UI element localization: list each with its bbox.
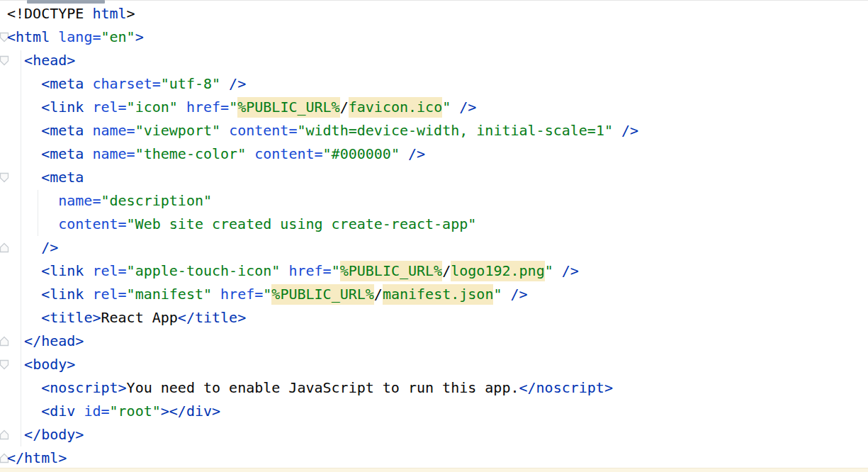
code-token: /> [459, 99, 476, 116]
code-token: content= [58, 215, 126, 232]
code-token: content= [254, 145, 322, 162]
code-line-6[interactable]: <meta name="viewport" content="width=dev… [7, 119, 638, 142]
code-line-10[interactable]: content="Web site created using create-r… [7, 213, 638, 236]
code-token [220, 122, 229, 139]
code-token: "apple-touch-icon" [127, 262, 281, 279]
code-line-3[interactable]: <head> [7, 49, 638, 72]
code-token: "icon" [127, 99, 178, 116]
code-token: " [493, 286, 502, 303]
code-token: rel= [92, 99, 126, 116]
code-line-1[interactable]: <!DOCTYPE html> [7, 2, 638, 26]
code-line-16[interactable]: <body> [7, 353, 638, 376]
code-text-area[interactable]: <!DOCTYPE html><html lang="en"> <head> <… [7, 2, 638, 470]
code-token: <meta [41, 75, 84, 92]
code-line-5[interactable]: <link rel="icon" href="%PUBLIC_URL%/favi… [7, 96, 638, 119]
code-line-20[interactable]: </html> [7, 446, 638, 470]
code-token: <title> [41, 309, 101, 326]
code-token [7, 379, 41, 396]
code-token: id= [84, 403, 109, 420]
code-token [84, 262, 92, 279]
horizontal-scrollbar-track [0, 0, 868, 1]
highlighted-token: favicon.ico [349, 97, 442, 118]
code-token [84, 122, 92, 139]
code-token [7, 356, 24, 373]
code-token [178, 99, 186, 116]
code-editor[interactable]: <!DOCTYPE html><html lang="en"> <head> <… [0, 0, 868, 472]
code-token [451, 99, 459, 116]
code-token: html [92, 5, 126, 22]
code-token: /> [562, 262, 579, 279]
code-token [7, 99, 41, 116]
code-token: charset= [92, 75, 160, 92]
code-line-8[interactable]: <meta [7, 166, 638, 189]
code-line-17[interactable]: <noscript>You need to enable JavaScript … [7, 376, 638, 400]
code-token: rel= [92, 262, 126, 279]
code-token: ></div> [161, 403, 220, 420]
code-token [75, 403, 84, 420]
code-token [7, 426, 24, 443]
code-token: <meta [41, 145, 84, 162]
code-line-12[interactable]: <link rel="apple-touch-icon" href="%PUBL… [7, 259, 638, 283]
code-token: </title> [178, 309, 246, 326]
highlighted-token: logo192.png [451, 261, 544, 281]
code-token [7, 122, 41, 139]
code-token [50, 28, 58, 45]
code-token: "manifest" [127, 286, 212, 303]
code-token [7, 286, 41, 303]
code-line-7[interactable]: <meta name="theme-color" content="#00000… [7, 142, 638, 166]
code-token [7, 52, 24, 69]
bottom-bar [0, 468, 868, 472]
code-token: > [135, 28, 144, 45]
code-line-19[interactable]: </body> [7, 423, 638, 446]
code-token [7, 145, 41, 162]
code-line-9[interactable]: name="description" [7, 189, 638, 213]
code-line-4[interactable]: <meta charset="utf-8" /> [7, 72, 638, 96]
code-token: rel= [92, 286, 126, 303]
code-token [84, 75, 92, 92]
code-line-11[interactable]: /> [7, 236, 638, 259]
code-token [7, 403, 41, 420]
code-token: " [545, 262, 553, 279]
code-token: <body> [24, 356, 75, 373]
code-token: "width=device-width, initial-scale=1" [297, 122, 613, 139]
code-token: " [263, 286, 271, 303]
code-token: React App [101, 309, 177, 326]
code-token: "#000000" [323, 145, 400, 162]
code-token: " [229, 99, 237, 116]
code-token: </noscript> [519, 379, 612, 396]
code-line-15[interactable]: </head> [7, 330, 638, 353]
code-token: <head> [24, 52, 75, 69]
code-token: "en" [101, 28, 135, 45]
code-token: href= [220, 286, 263, 303]
code-token [7, 75, 41, 92]
code-token: "theme-color" [135, 145, 247, 162]
code-token: href= [186, 99, 229, 116]
code-token: / [374, 286, 383, 303]
code-token: /> [41, 239, 58, 256]
code-token: /> [511, 286, 528, 303]
code-token: " [332, 262, 340, 279]
code-token: You need to enable JavaScript to run thi… [127, 379, 519, 396]
code-token [246, 145, 254, 162]
code-token [553, 262, 562, 279]
code-token: <meta [41, 122, 84, 139]
code-line-14[interactable]: <title>React App</title> [7, 306, 638, 330]
code-token: lang= [58, 28, 101, 45]
code-line-13[interactable]: <link rel="manifest" href="%PUBLIC_URL%/… [7, 283, 638, 306]
code-token: / [442, 262, 451, 279]
code-line-18[interactable]: <div id="root"></div> [7, 400, 638, 423]
code-token: / [340, 99, 349, 116]
code-token: content= [229, 122, 297, 139]
code-token [7, 215, 58, 232]
code-token [7, 262, 41, 279]
code-token [220, 75, 229, 92]
highlighted-token: manifest.json [383, 284, 494, 305]
code-token: "utf-8" [161, 75, 220, 92]
code-token: </html> [7, 449, 67, 466]
highlighted-token: %PUBLIC_URL% [340, 261, 443, 281]
highlighted-token: %PUBLIC_URL% [271, 284, 374, 305]
code-line-2[interactable]: <html lang="en"> [7, 26, 638, 49]
code-token: name= [58, 192, 101, 209]
code-token: "Web site created using create-react-app… [127, 215, 477, 232]
code-token [212, 286, 220, 303]
